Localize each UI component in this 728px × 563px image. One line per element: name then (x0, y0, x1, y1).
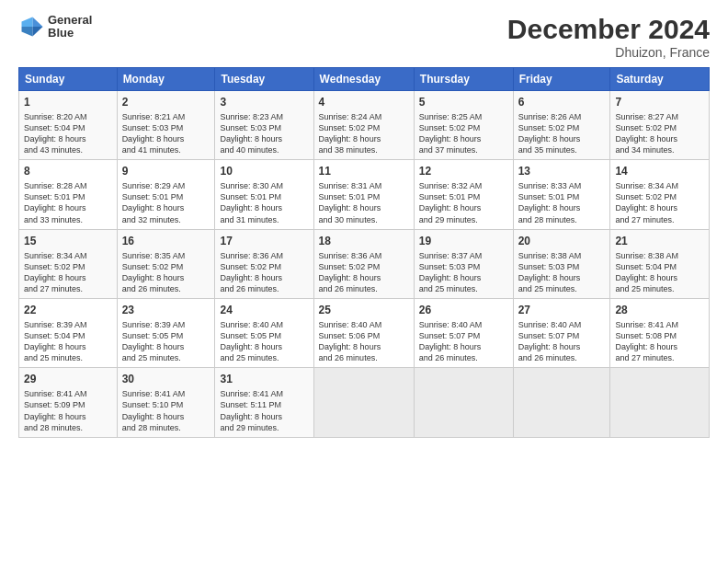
day-of-week-header: Monday (117, 68, 215, 91)
calendar-week-row: 8Sunrise: 8:28 AM Sunset: 5:01 PM Daylig… (19, 160, 710, 229)
logo: General Blue (18, 14, 92, 40)
day-number: 27 (518, 303, 606, 318)
day-info: Sunrise: 8:39 AM Sunset: 5:05 PM Dayligh… (122, 319, 210, 364)
calendar-day-cell: 30Sunrise: 8:41 AM Sunset: 5:10 PM Dayli… (117, 368, 215, 437)
calendar-week-row: 22Sunrise: 8:39 AM Sunset: 5:04 PM Dayli… (19, 299, 710, 368)
day-number: 16 (122, 234, 210, 249)
day-info: Sunrise: 8:40 AM Sunset: 5:07 PM Dayligh… (518, 319, 606, 364)
calendar-day-cell: 17Sunrise: 8:36 AM Sunset: 5:02 PM Dayli… (215, 229, 313, 298)
day-info: Sunrise: 8:26 AM Sunset: 5:02 PM Dayligh… (518, 111, 606, 156)
day-info: Sunrise: 8:34 AM Sunset: 5:02 PM Dayligh… (615, 180, 704, 225)
day-info: Sunrise: 8:40 AM Sunset: 5:05 PM Dayligh… (220, 319, 308, 364)
calendar-day-cell: 18Sunrise: 8:36 AM Sunset: 5:02 PM Dayli… (313, 229, 414, 298)
calendar-day-cell: 21Sunrise: 8:38 AM Sunset: 5:04 PM Dayli… (610, 229, 710, 298)
day-info: Sunrise: 8:37 AM Sunset: 5:03 PM Dayligh… (419, 250, 508, 295)
calendar-day-cell: 16Sunrise: 8:35 AM Sunset: 5:02 PM Dayli… (117, 229, 215, 298)
calendar-day-cell: 24Sunrise: 8:40 AM Sunset: 5:05 PM Dayli… (215, 299, 313, 368)
day-info: Sunrise: 8:24 AM Sunset: 5:02 PM Dayligh… (319, 111, 409, 156)
day-info: Sunrise: 8:28 AM Sunset: 5:01 PM Dayligh… (24, 180, 112, 225)
header-row: SundayMondayTuesdayWednesdayThursdayFrid… (19, 68, 710, 91)
calendar-day-cell: 26Sunrise: 8:40 AM Sunset: 5:07 PM Dayli… (414, 299, 513, 368)
calendar-day-cell: 14Sunrise: 8:34 AM Sunset: 5:02 PM Dayli… (610, 160, 710, 229)
day-number: 1 (24, 95, 112, 110)
day-info: Sunrise: 8:31 AM Sunset: 5:01 PM Dayligh… (319, 180, 409, 225)
day-info: Sunrise: 8:33 AM Sunset: 5:01 PM Dayligh… (518, 180, 606, 225)
day-number: 22 (24, 303, 112, 318)
calendar-day-cell: 10Sunrise: 8:30 AM Sunset: 5:01 PM Dayli… (215, 160, 313, 229)
day-info: Sunrise: 8:38 AM Sunset: 5:03 PM Dayligh… (518, 250, 606, 295)
day-info: Sunrise: 8:36 AM Sunset: 5:02 PM Dayligh… (220, 250, 308, 295)
calendar-day-cell: 15Sunrise: 8:34 AM Sunset: 5:02 PM Dayli… (19, 229, 118, 298)
day-of-week-header: Saturday (610, 68, 710, 91)
day-number: 31 (220, 372, 308, 387)
calendar-day-cell: 5Sunrise: 8:25 AM Sunset: 5:02 PM Daylig… (414, 91, 513, 160)
calendar-day-cell: 11Sunrise: 8:31 AM Sunset: 5:01 PM Dayli… (313, 160, 414, 229)
day-number: 29 (24, 372, 112, 387)
day-info: Sunrise: 8:41 AM Sunset: 5:08 PM Dayligh… (615, 319, 704, 364)
day-number: 21 (615, 234, 704, 249)
day-number: 20 (518, 234, 606, 249)
day-of-week-header: Wednesday (313, 68, 414, 91)
calendar-day-cell (610, 368, 710, 437)
calendar-day-cell: 31Sunrise: 8:41 AM Sunset: 5:11 PM Dayli… (215, 368, 313, 437)
day-number: 11 (319, 164, 409, 179)
day-number: 18 (319, 234, 409, 249)
calendar-day-cell: 28Sunrise: 8:41 AM Sunset: 5:08 PM Dayli… (610, 299, 710, 368)
day-number: 24 (220, 303, 308, 318)
day-info: Sunrise: 8:20 AM Sunset: 5:04 PM Dayligh… (24, 111, 112, 156)
day-of-week-header: Tuesday (215, 68, 313, 91)
day-info: Sunrise: 8:21 AM Sunset: 5:03 PM Dayligh… (122, 111, 210, 156)
day-number: 26 (419, 303, 508, 318)
day-number: 30 (122, 372, 210, 387)
day-number: 9 (122, 164, 210, 179)
day-of-week-header: Sunday (19, 68, 118, 91)
title-section: December 2024 Dhuizon, France (507, 14, 710, 60)
day-number: 4 (319, 95, 409, 110)
calendar-day-cell: 1Sunrise: 8:20 AM Sunset: 5:04 PM Daylig… (19, 91, 118, 160)
logo-icon (18, 14, 44, 40)
day-info: Sunrise: 8:30 AM Sunset: 5:01 PM Dayligh… (220, 180, 308, 225)
logo-text: General Blue (48, 14, 92, 40)
day-info: Sunrise: 8:40 AM Sunset: 5:07 PM Dayligh… (419, 319, 508, 364)
logo-line2: Blue (48, 27, 92, 40)
month-title: December 2024 (507, 14, 710, 45)
day-number: 15 (24, 234, 112, 249)
logo-line1: General (48, 14, 92, 27)
day-number: 25 (319, 303, 409, 318)
calendar-day-cell: 3Sunrise: 8:23 AM Sunset: 5:03 PM Daylig… (215, 91, 313, 160)
day-number: 2 (122, 95, 210, 110)
day-info: Sunrise: 8:25 AM Sunset: 5:02 PM Dayligh… (419, 111, 508, 156)
day-number: 23 (122, 303, 210, 318)
day-number: 6 (518, 95, 606, 110)
calendar-day-cell: 25Sunrise: 8:40 AM Sunset: 5:06 PM Dayli… (313, 299, 414, 368)
calendar-day-cell: 2Sunrise: 8:21 AM Sunset: 5:03 PM Daylig… (117, 91, 215, 160)
calendar-day-cell: 12Sunrise: 8:32 AM Sunset: 5:01 PM Dayli… (414, 160, 513, 229)
calendar-week-row: 1Sunrise: 8:20 AM Sunset: 5:04 PM Daylig… (19, 91, 710, 160)
day-info: Sunrise: 8:32 AM Sunset: 5:01 PM Dayligh… (419, 180, 508, 225)
calendar-day-cell: 7Sunrise: 8:27 AM Sunset: 5:02 PM Daylig… (610, 91, 710, 160)
day-info: Sunrise: 8:41 AM Sunset: 5:09 PM Dayligh… (24, 388, 112, 433)
day-number: 3 (220, 95, 308, 110)
header: General Blue December 2024 Dhuizon, Fran… (18, 14, 710, 60)
page: General Blue December 2024 Dhuizon, Fran… (0, 0, 728, 563)
calendar-day-cell (414, 368, 513, 437)
day-info: Sunrise: 8:27 AM Sunset: 5:02 PM Dayligh… (615, 111, 704, 156)
day-number: 14 (615, 164, 704, 179)
day-info: Sunrise: 8:34 AM Sunset: 5:02 PM Dayligh… (24, 250, 112, 295)
day-of-week-header: Thursday (414, 68, 513, 91)
day-info: Sunrise: 8:40 AM Sunset: 5:06 PM Dayligh… (319, 319, 409, 364)
day-of-week-header: Friday (513, 68, 610, 91)
calendar-day-cell: 19Sunrise: 8:37 AM Sunset: 5:03 PM Dayli… (414, 229, 513, 298)
calendar-day-cell: 23Sunrise: 8:39 AM Sunset: 5:05 PM Dayli… (117, 299, 215, 368)
day-info: Sunrise: 8:36 AM Sunset: 5:02 PM Dayligh… (319, 250, 409, 295)
calendar-day-cell: 6Sunrise: 8:26 AM Sunset: 5:02 PM Daylig… (513, 91, 610, 160)
day-number: 17 (220, 234, 308, 249)
calendar-table: SundayMondayTuesdayWednesdayThursdayFrid… (18, 67, 710, 438)
day-number: 19 (419, 234, 508, 249)
calendar-day-cell: 29Sunrise: 8:41 AM Sunset: 5:09 PM Dayli… (19, 368, 118, 437)
calendar-week-row: 29Sunrise: 8:41 AM Sunset: 5:09 PM Dayli… (19, 368, 710, 437)
day-info: Sunrise: 8:35 AM Sunset: 5:02 PM Dayligh… (122, 250, 210, 295)
calendar-day-cell: 13Sunrise: 8:33 AM Sunset: 5:01 PM Dayli… (513, 160, 610, 229)
calendar-day-cell (513, 368, 610, 437)
day-info: Sunrise: 8:41 AM Sunset: 5:10 PM Dayligh… (122, 388, 210, 433)
